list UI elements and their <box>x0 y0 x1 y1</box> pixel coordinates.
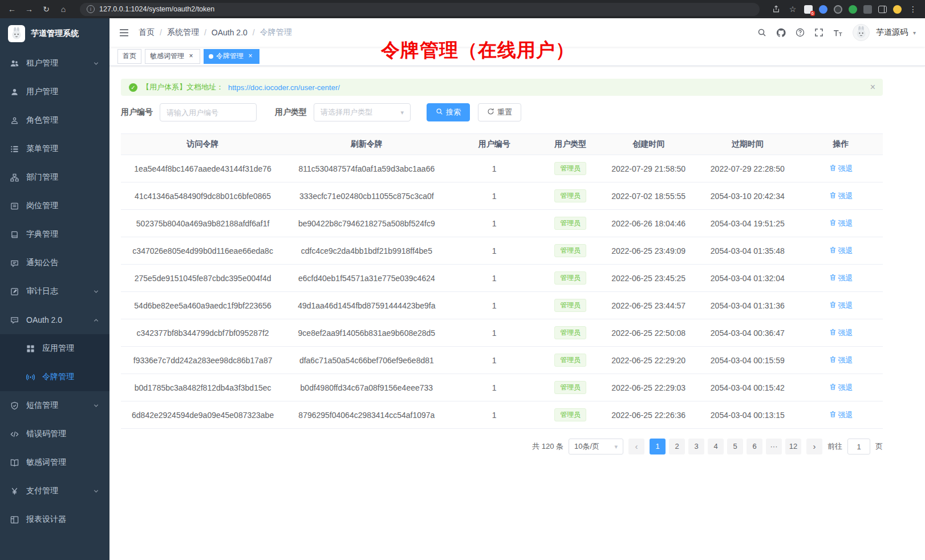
reset-button[interactable]: 重置 <box>478 103 521 121</box>
user-type-badge: 管理员 <box>554 354 586 367</box>
user-type-badge: 管理员 <box>554 326 586 339</box>
force-logout-button[interactable]: 强退 <box>829 218 853 229</box>
force-logout-button[interactable]: 强退 <box>829 273 853 283</box>
help-icon[interactable] <box>796 28 805 37</box>
user-type-select[interactable]: 请选择用户类型 ▾ <box>314 103 411 121</box>
column-header: 访问令牌 <box>121 134 285 155</box>
pager-page-4[interactable]: 4 <box>708 439 724 455</box>
sidebar-item-menu[interactable]: 菜单管理 <box>0 135 109 163</box>
prev-page-button[interactable]: ‹ <box>628 439 644 455</box>
pager-page-2[interactable]: 2 <box>669 439 685 455</box>
force-logout-button[interactable]: 强退 <box>829 246 853 256</box>
sidebar-item-role[interactable]: 角色管理 <box>0 106 109 135</box>
tab-label: 敏感词管理 <box>150 51 184 61</box>
user-id-input[interactable] <box>160 103 257 121</box>
fullscreen-icon[interactable] <box>814 28 823 37</box>
force-logout-button[interactable]: 强退 <box>829 301 853 311</box>
font-size-icon[interactable] <box>833 29 843 37</box>
sidebar-item-pay[interactable]: 支付管理 <box>0 477 109 505</box>
breadcrumb-system[interactable]: 系统管理 <box>167 27 199 38</box>
sidebar-toggle-icon[interactable] <box>878 6 887 13</box>
sidebar-item-oauth[interactable]: OAuth 2.0 <box>0 306 109 334</box>
user-type-cell: 管理员 <box>540 210 601 237</box>
username[interactable]: 芋道源码 <box>876 27 908 38</box>
extension-icon-1[interactable]: 6 <box>804 5 813 14</box>
github-icon[interactable] <box>776 28 786 38</box>
tab-sensitive[interactable]: 敏感词管理× <box>145 49 200 64</box>
expire-time-cell: 2054-03-04 00:15:59 <box>696 347 799 374</box>
search-button[interactable]: 搜索 <box>427 103 470 121</box>
action-cell: 强退 <box>799 401 883 429</box>
column-header: 过期时间 <box>696 134 799 155</box>
search-icon[interactable] <box>757 28 766 37</box>
force-logout-button[interactable]: 强退 <box>829 355 853 366</box>
sidebar-item-token[interactable]: 令牌管理 <box>0 363 109 391</box>
profile-avatar-icon[interactable] <box>893 5 902 14</box>
breadcrumb-home[interactable]: 首页 <box>139 27 155 38</box>
next-page-button[interactable]: › <box>806 439 822 455</box>
pager-page-5[interactable]: 5 <box>727 439 743 455</box>
doc-link[interactable]: https://doc.iocoder.cn/user-center/ <box>228 83 340 92</box>
expire-time-cell: 2054-03-04 00:13:15 <box>696 401 799 429</box>
sidebar-item-app[interactable]: 应用管理 <box>0 334 109 363</box>
tab-close-icon[interactable]: × <box>187 52 195 60</box>
user-id-cell: 1 <box>448 265 539 292</box>
page-size-select[interactable]: 10条/页 ▾ <box>569 439 623 455</box>
token-icon <box>26 373 35 382</box>
extension-icon-4[interactable] <box>849 5 857 14</box>
sidebar-item-sms[interactable]: 短信管理 <box>0 391 109 420</box>
sidebar-item-audit[interactable]: 审计日志 <box>0 277 109 306</box>
back-icon[interactable]: ← <box>7 5 17 14</box>
sidebar-item-errcode[interactable]: 错误码管理 <box>0 420 109 448</box>
user-type-badge: 管理员 <box>554 408 586 421</box>
bookmark-star-icon[interactable]: ☆ <box>788 5 798 14</box>
column-header: 用户类型 <box>540 134 601 155</box>
sidebar-item-dict[interactable]: 字典管理 <box>0 220 109 249</box>
force-logout-button[interactable]: 强退 <box>829 328 853 338</box>
pager-page-6[interactable]: 6 <box>747 439 762 455</box>
role-icon <box>10 116 19 125</box>
sidebar-item-sensitive[interactable]: 敏感词管理 <box>0 448 109 477</box>
force-logout-button[interactable]: 强退 <box>829 191 853 201</box>
sidebar-item-post[interactable]: 岗位管理 <box>0 192 109 220</box>
sidebar-item-dept[interactable]: 部门管理 <box>0 163 109 192</box>
sidebar-item-tenant[interactable]: 租户管理 <box>0 49 109 78</box>
browser-menu-icon[interactable]: ⋮ <box>908 5 918 14</box>
extension-icon-3[interactable] <box>834 5 842 14</box>
share-icon[interactable] <box>771 5 781 13</box>
goto-page-input[interactable] <box>847 439 870 455</box>
home-icon[interactable]: ⌂ <box>58 5 68 14</box>
tab-label: 令牌管理 <box>216 51 244 61</box>
page-content: ✓ 【用户体系】文档地址： https://doc.iocoder.cn/use… <box>109 66 925 560</box>
sidebar-item-user[interactable]: 用户管理 <box>0 78 109 106</box>
notice-icon <box>10 259 19 267</box>
breadcrumb-oauth[interactable]: OAuth 2.0 <box>212 28 248 37</box>
app-logo[interactable]: 芋道管理系统 <box>0 18 109 49</box>
action-cell: 强退 <box>799 265 883 292</box>
sidebar-item-report[interactable]: 报表设计器 <box>0 505 109 534</box>
reload-icon[interactable]: ↻ <box>41 5 51 14</box>
extension-icon-2[interactable] <box>819 5 827 14</box>
tab-home[interactable]: 首页 <box>117 49 141 64</box>
force-logout-button[interactable]: 强退 <box>829 164 853 174</box>
pager-more-button[interactable]: ··· <box>766 439 782 455</box>
pager-page-12[interactable]: 12 <box>785 439 801 455</box>
pager-page-3[interactable]: 3 <box>688 439 704 455</box>
extensions-puzzle-icon[interactable] <box>863 5 872 14</box>
doc-alert: ✓ 【用户体系】文档地址： https://doc.iocoder.cn/use… <box>121 79 883 96</box>
expire-time-cell: 2054-03-04 00:36:47 <box>696 319 799 347</box>
sidebar-item-notice[interactable]: 通知公告 <box>0 249 109 277</box>
refresh-token-cell: cdfc4ce9c2da4bb1bdf21b9918ff4be5 <box>285 237 448 265</box>
alert-close-icon[interactable]: × <box>870 83 875 92</box>
tab-close-icon[interactable]: × <box>246 52 254 60</box>
address-bar[interactable]: i 127.0.0.1:1024/system/oauth2/token <box>80 3 760 16</box>
force-logout-button[interactable]: 强退 <box>829 410 853 420</box>
hamburger-icon[interactable] <box>119 27 129 38</box>
site-info-icon[interactable]: i <box>87 5 95 13</box>
forward-icon[interactable]: → <box>24 5 34 14</box>
user-avatar[interactable] <box>853 24 870 41</box>
force-logout-button[interactable]: 强退 <box>829 383 853 393</box>
pager-page-1[interactable]: 1 <box>650 439 666 455</box>
tab-token[interactable]: 令牌管理× <box>204 49 259 64</box>
chevron-down-icon[interactable]: ▾ <box>913 30 916 36</box>
